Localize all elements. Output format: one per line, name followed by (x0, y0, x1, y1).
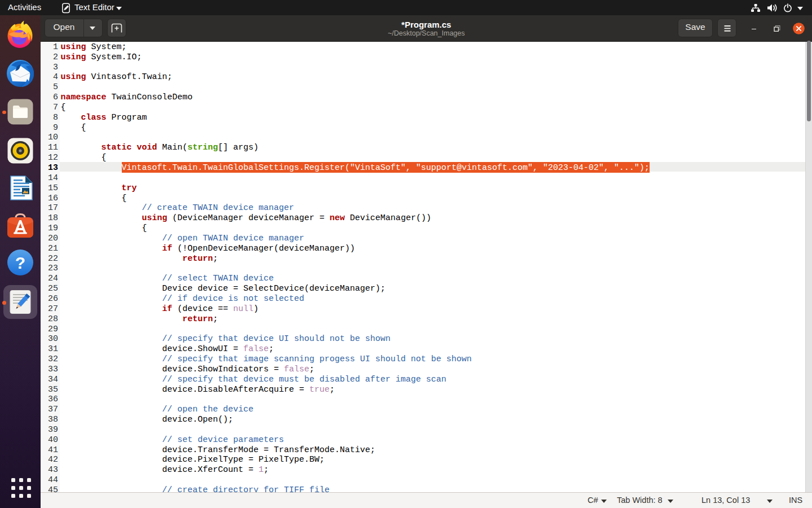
svg-text:?: ? (15, 253, 25, 272)
